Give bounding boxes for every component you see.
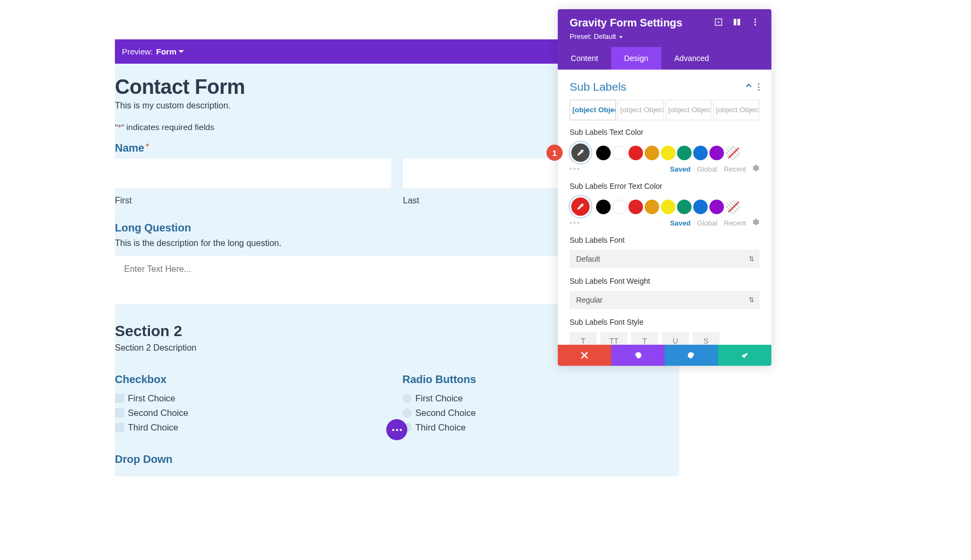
checkbox-icon xyxy=(115,408,124,418)
mode-global[interactable]: Global xyxy=(697,219,717,227)
color-mode-row: Saved Global Recent xyxy=(570,218,760,227)
radio-group-label: Radio Buttons xyxy=(402,373,679,386)
caret-down-icon xyxy=(179,50,184,53)
panel-tabs: Content Design Advanced xyxy=(558,47,771,70)
svg-rect-3 xyxy=(737,19,740,25)
color-swatch-red[interactable] xyxy=(628,200,643,214)
color-swatch-yellow[interactable] xyxy=(661,200,675,214)
color-swatch-none[interactable] xyxy=(726,146,740,160)
panel-title: Gravity Form Settings xyxy=(570,17,682,29)
text-color-label: Sub Labels Text Color xyxy=(570,128,760,136)
panel-body: Sub Labels [object Object] [object Objec… xyxy=(558,70,771,345)
sublabels-section-header[interactable]: Sub Labels xyxy=(570,75,760,100)
mode-recent[interactable]: Recent xyxy=(724,165,746,173)
svg-point-5 xyxy=(755,21,756,23)
checkbox-option[interactable]: Second Choice xyxy=(115,408,392,418)
color-swatch-white[interactable] xyxy=(612,200,627,214)
color-picker-button[interactable] xyxy=(570,196,591,217)
color-swatch-none[interactable] xyxy=(726,200,740,214)
color-swatch-orange[interactable] xyxy=(645,200,659,214)
font-label: Sub Labels Font xyxy=(570,236,760,244)
dot-icon xyxy=(396,429,398,431)
caret-down-icon xyxy=(619,36,623,38)
gear-icon[interactable] xyxy=(753,165,760,173)
font-weight-select[interactable]: Regular xyxy=(570,291,760,309)
section-menu-icon[interactable] xyxy=(758,83,760,91)
preset-selector[interactable]: Preset: Default xyxy=(570,32,760,40)
color-swatch-blue[interactable] xyxy=(693,146,708,160)
dropdown-label: Drop Down xyxy=(115,453,679,466)
panel-header: Gravity Form Settings Preset: Default xyxy=(558,9,771,47)
svg-point-1 xyxy=(718,21,720,23)
chevron-up-icon[interactable] xyxy=(745,82,753,92)
style-button[interactable]: U xyxy=(662,332,689,345)
color-swatch-purple[interactable] xyxy=(709,146,724,160)
responsive-breakpoint-tabs: [object Object] [object Object] [object … xyxy=(570,100,760,120)
color-mode-row: Saved Global Recent xyxy=(570,165,760,173)
first-name-input[interactable] xyxy=(115,159,391,188)
grid-icon[interactable] xyxy=(733,18,741,29)
text-color-swatches xyxy=(570,142,760,163)
breakpoint-tab[interactable]: [object Object] xyxy=(570,100,616,120)
font-style-label: Sub Labels Font Style xyxy=(570,318,760,326)
mode-saved[interactable]: Saved xyxy=(670,219,690,227)
breakpoint-tab[interactable]: [object Object] xyxy=(666,100,712,120)
checkbox-icon xyxy=(115,394,124,403)
font-select[interactable]: Default xyxy=(570,250,760,268)
font-style-buttons: T TT T U S xyxy=(570,332,760,345)
dot-icon xyxy=(392,429,394,431)
style-button[interactable]: T xyxy=(570,332,597,345)
panel-footer xyxy=(558,345,771,366)
color-swatch-yellow[interactable] xyxy=(661,146,675,160)
tab-content[interactable]: Content xyxy=(558,47,611,70)
undo-button[interactable] xyxy=(611,345,665,366)
color-swatch-orange[interactable] xyxy=(645,146,659,160)
tab-design[interactable]: Design xyxy=(611,47,661,70)
dot-icon xyxy=(400,429,402,431)
color-swatch-black[interactable] xyxy=(596,200,611,214)
color-swatch-purple[interactable] xyxy=(709,200,724,214)
error-color-swatches xyxy=(570,196,760,217)
radio-option[interactable]: Second Choice xyxy=(402,408,679,418)
preview-label: Preview: xyxy=(122,47,153,56)
mode-global[interactable]: Global xyxy=(697,165,717,173)
settings-panel: Gravity Form Settings Preset: Default Co… xyxy=(558,9,771,366)
color-picker-button[interactable] xyxy=(570,142,591,163)
font-weight-label: Sub Labels Font Weight xyxy=(570,277,760,285)
radio-option[interactable]: First Choice xyxy=(402,393,679,404)
color-swatch-red[interactable] xyxy=(628,146,643,160)
svg-point-4 xyxy=(755,18,756,20)
color-swatch-black[interactable] xyxy=(596,146,611,160)
close-button[interactable] xyxy=(558,345,611,366)
checkbox-option[interactable]: Third Choice xyxy=(115,422,392,433)
color-swatch-teal[interactable] xyxy=(677,146,692,160)
mode-recent[interactable]: Recent xyxy=(724,219,746,227)
color-swatch-teal[interactable] xyxy=(677,200,692,214)
color-swatch-blue[interactable] xyxy=(693,200,708,214)
preview-value: Form xyxy=(156,47,177,56)
expand-icon[interactable] xyxy=(714,18,723,29)
module-options-fab[interactable] xyxy=(386,419,407,440)
breakpoint-tab[interactable]: [object Object] xyxy=(618,100,664,120)
kebab-menu-icon[interactable] xyxy=(751,18,760,29)
svg-rect-2 xyxy=(734,19,736,25)
first-sublabel: First xyxy=(115,196,391,206)
breakpoint-tab[interactable]: [object Object] xyxy=(713,100,760,120)
save-button[interactable] xyxy=(718,345,771,366)
checkbox-option[interactable]: First Choice xyxy=(115,393,392,404)
radio-icon xyxy=(402,394,412,403)
style-button[interactable]: T xyxy=(631,332,658,345)
style-button[interactable]: TT xyxy=(600,332,627,345)
style-button[interactable]: S xyxy=(693,332,720,345)
callout-badge-1: 1 xyxy=(546,145,563,161)
checkbox-group-label: Checkbox xyxy=(115,373,392,386)
radio-option[interactable]: Third Choice xyxy=(402,422,679,433)
radio-icon xyxy=(402,408,412,418)
error-color-label: Sub Labels Error Text Color xyxy=(570,182,760,190)
mode-saved[interactable]: Saved xyxy=(670,165,690,173)
tab-advanced[interactable]: Advanced xyxy=(661,47,722,70)
redo-button[interactable] xyxy=(665,345,718,366)
color-swatch-white[interactable] xyxy=(612,146,627,160)
svg-point-6 xyxy=(755,24,756,25)
gear-icon[interactable] xyxy=(753,218,760,227)
